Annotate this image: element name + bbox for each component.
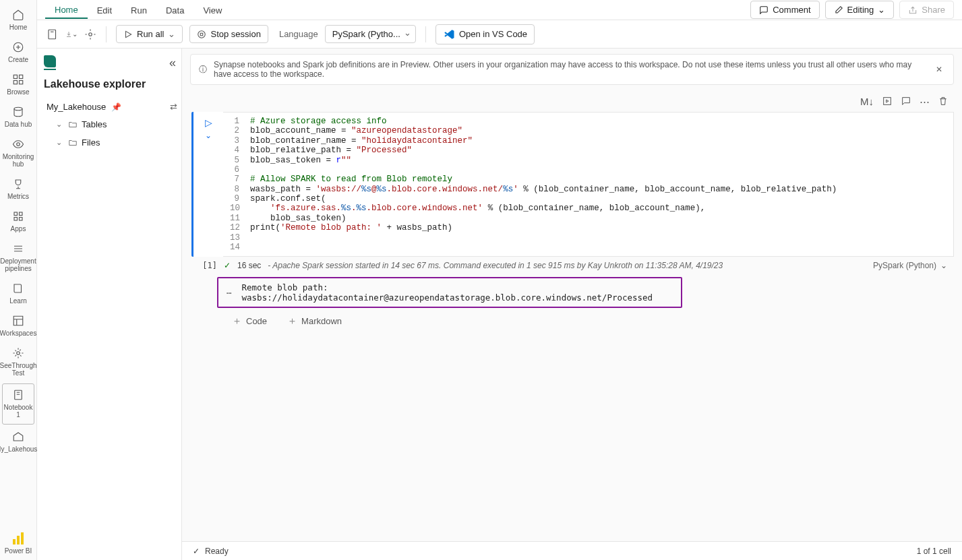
- output-menu-icon[interactable]: ⋯: [227, 288, 233, 298]
- code-content[interactable]: wasbs_path = 'wasbs://%s@%s.blob.core.wi…: [250, 185, 946, 194]
- tab-data[interactable]: Data: [156, 1, 193, 18]
- svg-rect-2: [20, 75, 23, 78]
- nav-notebook[interactable]: Notebook 1: [2, 383, 34, 425]
- code-content[interactable]: blob_sas_token = r"": [250, 156, 946, 165]
- code-line[interactable]: 11 blob_sas_token): [230, 214, 946, 223]
- more-icon[interactable]: ⋯: [920, 96, 930, 108]
- nav-home[interactable]: Home: [0, 4, 36, 36]
- code-content[interactable]: blob_container_name = "holidaydatacontai…: [250, 136, 946, 146]
- nav-datahub[interactable]: Data hub: [0, 101, 36, 133]
- code-cell: ▷ ⌄ 1# Azure storage access info2blob_ac…: [191, 112, 954, 257]
- code-content[interactable]: blob_account_name = "azureopendatastorag…: [250, 126, 946, 135]
- tab-view[interactable]: View: [193, 1, 231, 18]
- stop-label: Stop session: [210, 29, 260, 39]
- tab-home[interactable]: Home: [45, 1, 88, 19]
- run-all-button[interactable]: Run all ⌄: [116, 25, 183, 43]
- svg-rect-4: [20, 81, 23, 84]
- code-line[interactable]: 7# Allow SPARK to read from Blob remotel…: [230, 175, 946, 184]
- code-line[interactable]: 14: [230, 243, 946, 252]
- nav-datahub-label: Data hub: [5, 121, 32, 128]
- nav-seethrough[interactable]: SeeThrough Test: [0, 342, 36, 382]
- info-text: Synapse notebooks and Spark job definiti…: [214, 60, 926, 79]
- line-number: 5: [230, 156, 250, 165]
- cell-menu-chevron[interactable]: ⌄: [205, 131, 212, 140]
- nav-browse[interactable]: Browse: [0, 69, 36, 101]
- eye-icon: [11, 137, 25, 151]
- lakehouse-item[interactable]: My_Lakehouse 📌 ⇄: [44, 98, 180, 115]
- code-content[interactable]: 'fs.azure.sas.%s.%s.blob.core.windows.ne…: [250, 204, 946, 213]
- code-line[interactable]: 10 'fs.azure.sas.%s.%s.blob.core.windows…: [230, 204, 946, 213]
- code-line[interactable]: 2blob_account_name = "azureopendatastora…: [230, 126, 946, 135]
- settings-icon[interactable]: [84, 28, 96, 40]
- delete-cell-icon[interactable]: [938, 96, 949, 108]
- svg-rect-15: [21, 532, 24, 545]
- download-icon[interactable]: ⌄: [65, 28, 78, 40]
- line-number: 13: [230, 233, 250, 243]
- add-markdown-button[interactable]: ＋ Markdown: [287, 315, 342, 328]
- share-button[interactable]: Share: [899, 1, 954, 19]
- comment-cell-icon[interactable]: [901, 96, 911, 108]
- editing-button[interactable]: Editing ⌄: [825, 1, 895, 19]
- code-line[interactable]: 9spark.conf.set(: [230, 194, 946, 204]
- plus-circle-icon: [11, 40, 25, 54]
- svg-point-6: [17, 143, 20, 146]
- open-vscode-button[interactable]: Open in VS Code: [435, 24, 535, 44]
- refresh-icon[interactable]: ⇄: [170, 102, 177, 112]
- collapse-explorer-button[interactable]: «: [169, 56, 176, 70]
- nav-pipelines[interactable]: Deployment pipelines: [0, 238, 36, 278]
- add-code-button[interactable]: ＋ Code: [232, 315, 267, 328]
- code-line[interactable]: 6: [230, 165, 946, 175]
- nav-metrics[interactable]: Metrics: [0, 173, 36, 206]
- nav-powerbi[interactable]: Power BI: [0, 528, 36, 560]
- tab-run[interactable]: Run: [121, 1, 156, 18]
- code-line[interactable]: 12print('Remote blob path: ' + wasbs_pat…: [230, 223, 946, 232]
- chevron-down-icon: ⌄: [878, 5, 885, 15]
- tab-edit[interactable]: Edit: [88, 1, 121, 18]
- exec-lang-select[interactable]: PySpark (Python) ⌄: [873, 261, 947, 270]
- code-content[interactable]: [250, 233, 946, 243]
- tree-tables[interactable]: ⌄ Tables: [44, 115, 180, 133]
- code-line[interactable]: 1# Azure storage access info: [230, 117, 946, 126]
- code-content[interactable]: print('Remote blob path: ' + wasbs_path): [250, 223, 946, 232]
- pipeline-icon: [11, 242, 25, 255]
- code-content[interactable]: spark.conf.set(: [250, 194, 946, 204]
- nav-lakehouse[interactable]: My_Lakehouse: [0, 426, 36, 458]
- stop-session-button[interactable]: Stop session: [189, 25, 268, 43]
- nav-learn[interactable]: Learn: [0, 278, 36, 310]
- chevron-down-icon: ⌄: [940, 261, 947, 270]
- code-line[interactable]: 4blob_relative_path = "Processed": [230, 146, 946, 155]
- run-below-icon[interactable]: [882, 96, 893, 108]
- lakehouse-name: My_Lakehouse: [47, 102, 106, 112]
- markdown-toggle-button[interactable]: M↓: [860, 96, 874, 108]
- run-cell-button[interactable]: ▷: [205, 117, 212, 128]
- stop-icon: [197, 30, 206, 39]
- close-info-button[interactable]: ✕: [933, 65, 945, 74]
- line-number: 10: [230, 204, 250, 213]
- nav-create[interactable]: Create: [0, 36, 36, 69]
- nav-monitoring-label: Monitoring hub: [1, 153, 35, 168]
- status-check-icon: ✓: [193, 547, 200, 556]
- code-content[interactable]: blob_relative_path = "Processed": [250, 146, 946, 155]
- code-editor[interactable]: 1# Azure storage access info2blob_accoun…: [230, 117, 946, 252]
- save-icon[interactable]: [47, 28, 59, 40]
- line-number: 7: [230, 175, 250, 184]
- nav-workspaces[interactable]: Workspaces: [0, 310, 36, 342]
- code-content[interactable]: [250, 243, 946, 252]
- code-line[interactable]: 8wasbs_path = 'wasbs://%s@%s.blob.core.w…: [230, 185, 946, 194]
- tree-files[interactable]: ⌄ Files: [44, 133, 180, 152]
- language-select[interactable]: PySpark (Pytho...: [325, 25, 416, 43]
- code-content[interactable]: [250, 165, 946, 175]
- pencil-icon: [834, 5, 843, 15]
- line-number: 9: [230, 194, 250, 204]
- open-vscode-label: Open in VS Code: [459, 29, 527, 39]
- code-line[interactable]: 3blob_container_name = "holidaydataconta…: [230, 136, 946, 146]
- code-content[interactable]: blob_sas_token): [250, 214, 946, 223]
- nav-monitoring[interactable]: Monitoring hub: [0, 133, 36, 173]
- nav-apps[interactable]: Apps: [0, 206, 36, 238]
- code-content[interactable]: # Allow SPARK to read from Blob remotely: [250, 175, 946, 184]
- code-line[interactable]: 13: [230, 233, 946, 243]
- code-line[interactable]: 5blob_sas_token = r"": [230, 156, 946, 165]
- comment-button[interactable]: Comment: [750, 1, 819, 19]
- code-content[interactable]: # Azure storage access info: [250, 117, 946, 126]
- pin-icon[interactable]: 📌: [111, 102, 121, 112]
